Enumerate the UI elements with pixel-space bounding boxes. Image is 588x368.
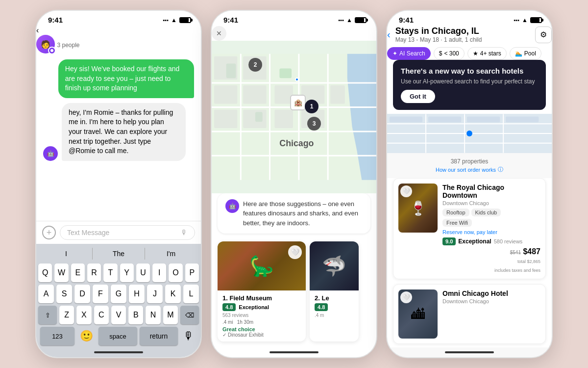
autocomplete-im[interactable]: I'm [145, 248, 197, 260]
hotel-location-2: Downtown Chicago [442, 298, 540, 304]
svg-point-0 [50, 49, 53, 52]
map-pin-hotel[interactable]: 🏨 [290, 95, 306, 110]
svg-rect-23 [330, 85, 345, 104]
hotel-score-1: 9.0 [442, 237, 456, 245]
key-z[interactable]: Z [59, 306, 74, 324]
key-i[interactable]: I [152, 263, 166, 282]
map-pin-3[interactable]: 3 [307, 117, 321, 131]
close-button[interactable]: ✕ [212, 26, 226, 41]
autocomplete-the[interactable]: The [93, 248, 145, 260]
autocomplete-row: I The I'm [38, 248, 199, 260]
romie-avatar: 🤖 [43, 146, 58, 161]
stars-label: 4+ stars [480, 50, 501, 57]
favorite-btn-1[interactable]: 🤍 [288, 245, 302, 259]
key-p[interactable]: P [185, 263, 199, 282]
shift-key[interactable]: ⇧ [38, 306, 57, 324]
price-filter[interactable]: $ < 300 [434, 47, 465, 60]
hotel-page-subtitle: May 13 - May 18 · 1 adult, 1 child [395, 36, 530, 43]
key-x[interactable]: X [76, 306, 91, 324]
backspace-key[interactable]: ⌫ [180, 306, 199, 324]
hotel-details-1: The Royal Chicago Downtown Downtown Chic… [442, 184, 540, 274]
add-button[interactable]: + [42, 226, 56, 239]
got-it-button[interactable]: Got it [401, 90, 435, 103]
key-y[interactable]: Y [120, 263, 134, 282]
key-b[interactable]: B [128, 306, 143, 324]
back-button[interactable]: ‹ [36, 26, 201, 35]
hotel-card-1[interactable]: 🍷 🤍 The Royal Chicago Downtown Downtown … [393, 178, 546, 279]
autocomplete-i[interactable]: I [40, 248, 93, 260]
key-h[interactable]: H [129, 285, 145, 303]
properties-info: 387 properties How our sort order works … [387, 153, 552, 178]
numbers-key[interactable]: 123 [40, 327, 74, 345]
map-square-pin [295, 78, 299, 81]
dictate-key[interactable]: 🎙 [180, 327, 197, 345]
home-bar-3 [445, 351, 494, 353]
key-q[interactable]: Q [38, 263, 52, 282]
emoji-key[interactable]: 🙂 [77, 327, 96, 345]
battery-1 [179, 17, 191, 23]
key-o[interactable]: O [169, 263, 182, 282]
messages-area: Hey sis! We've booked our flights and ar… [36, 53, 201, 221]
key-l[interactable]: L [183, 285, 199, 303]
ai-search-filter[interactable]: ✦ AI Search [387, 47, 431, 60]
svg-rect-19 [243, 109, 266, 128]
time-1: 9:41 [48, 16, 63, 24]
map-pin-2[interactable]: 2 [248, 58, 262, 72]
svg-text:Chicago: Chicago [279, 138, 314, 148]
sort-order[interactable]: How our sort order works ⓘ [387, 166, 552, 176]
ai-tooltip: There's a new way to search hotels Use o… [393, 60, 546, 110]
hotel-details-2: Omni Chicago Hotel Downtown Chicago [442, 289, 540, 339]
hotel-image-2: 🏙 🤍 [398, 289, 438, 339]
key-t[interactable]: T [103, 263, 117, 282]
key-f[interactable]: F [93, 285, 108, 303]
time-2: 9:41 [223, 16, 238, 24]
battery-3 [530, 17, 542, 23]
key-c[interactable]: C [94, 306, 109, 324]
key-j[interactable]: J [147, 285, 163, 303]
amenity-rooftop: Rooftop [442, 209, 469, 216]
return-key[interactable]: return [140, 327, 178, 345]
message-input[interactable]: Text Message 🎙 [60, 225, 195, 240]
romie-badge [48, 47, 56, 54]
hotel-favorite-2[interactable]: 🤍 [400, 291, 412, 303]
hotel-image-1: 🍷 🤍 [398, 184, 438, 233]
status-bar-3: 9:41 ▪▪▪ ▲ [387, 11, 552, 26]
key-u[interactable]: U [136, 263, 150, 282]
key-n[interactable]: N [146, 306, 160, 324]
map-chat-bubble: 🤖 Here are those suggestions – one even … [218, 193, 370, 234]
rating-row-2: 4.8 [315, 303, 354, 311]
hotel-list: 🍷 🤍 The Royal Chicago Downtown Downtown … [387, 178, 552, 347]
space-key[interactable]: space [98, 327, 137, 345]
pool-filter[interactable]: 🏊 Pool [510, 47, 541, 60]
key-k[interactable]: K [165, 285, 181, 303]
key-a[interactable]: A [38, 285, 54, 303]
key-m[interactable]: M [163, 306, 178, 324]
key-r[interactable]: R [87, 263, 101, 282]
place-img-2: 🦈 [310, 241, 359, 290]
place-card-1[interactable]: 🦕 🤍 1. Field Museum 4.8 Exceptional 563 … [218, 241, 306, 342]
map-pin-1[interactable]: 1 [305, 100, 318, 113]
back-button-hotels[interactable]: ‹ [387, 29, 391, 40]
place-card-2[interactable]: 🦈 2. Le 4.8 .4 m [310, 241, 359, 342]
svg-rect-35 [506, 116, 539, 122]
place2-dist: .4 m [315, 313, 354, 318]
review-count-1: 563 reviews [222, 313, 301, 318]
key-g[interactable]: G [111, 285, 126, 303]
incoming-message-wrap: 🤖 hey, I'm Romie – thanks for pulling me… [43, 103, 194, 161]
filter-icon-button[interactable]: ⚙ [535, 26, 552, 43]
ai-icon: ✦ [392, 50, 397, 57]
key-s[interactable]: S [56, 285, 72, 303]
key-w[interactable]: W [54, 263, 68, 282]
key-e[interactable]: E [71, 263, 85, 282]
star-icon: ★ [473, 50, 478, 57]
stars-filter[interactable]: ★ 4+ stars [467, 47, 507, 60]
key-v[interactable]: V [111, 306, 126, 324]
hotel-favorite-1[interactable]: 🤍 [400, 185, 412, 197]
svg-rect-18 [214, 109, 237, 128]
filters-row: ✦ AI Search $ < 300 ★ 4+ stars 🏊 Pool [387, 47, 552, 60]
amenity-tags-1b: Free Wifi [442, 219, 540, 227]
hotel-card-2[interactable]: 🏙 🤍 Omni Chicago Hotel Downtown Chicago [393, 284, 546, 344]
key-d[interactable]: D [74, 285, 90, 303]
reserve-link[interactable]: Reserve now, pay later [442, 229, 540, 235]
hotel-name-1: The Royal Chicago Downtown [442, 184, 540, 199]
